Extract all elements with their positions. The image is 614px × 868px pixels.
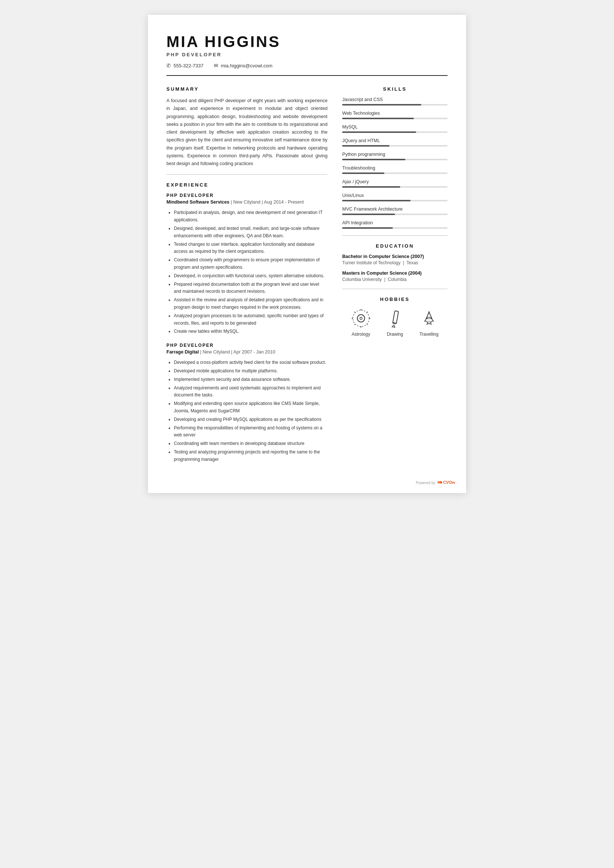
svg-point-1 xyxy=(360,317,362,319)
skill-bar-fill-8 xyxy=(342,213,395,215)
job-bullets-1: Developed a cross-platform activity feed… xyxy=(166,359,327,463)
svg-text:CVOwl: CVOwl xyxy=(443,480,455,485)
svg-point-16 xyxy=(440,481,442,484)
skill-name-9: API Integration xyxy=(342,220,448,226)
skill-bar-bg-5 xyxy=(342,173,448,174)
skills-section: SKILLS Javascript and CSS Web Technologi… xyxy=(342,86,448,229)
skill-item-0: Javascript and CSS xyxy=(342,97,448,106)
skill-bar-bg-0 xyxy=(342,104,448,106)
skill-bar-bg-4 xyxy=(342,159,448,160)
travelling-icon xyxy=(419,308,439,329)
drawing-icon xyxy=(385,308,405,329)
skill-bar-fill-1 xyxy=(342,118,414,119)
job-block-1: PHP DEVELOPER Farrage Digital | New City… xyxy=(166,343,327,463)
skill-name-0: Javascript and CSS xyxy=(342,97,448,102)
svg-marker-12 xyxy=(392,325,395,327)
skill-item-3: JQuery and HTML xyxy=(342,138,448,146)
bullet-item: Performing the responsibilities of imple… xyxy=(174,425,327,439)
summary-section: SUMMARY A focused and diligent PHP devel… xyxy=(166,86,327,168)
drawing-label: Drawing xyxy=(387,332,403,337)
bullet-item: Analyzed program processes to be automat… xyxy=(174,313,327,327)
svg-point-0 xyxy=(357,315,365,322)
bullet-item: Developed, in conjunction with functiona… xyxy=(174,272,327,280)
skill-item-7: Unix/Linux xyxy=(342,193,448,201)
skill-bar-fill-3 xyxy=(342,145,389,146)
skill-name-3: JQuery and HTML xyxy=(342,138,448,143)
skill-item-6: Ajax / jQuery xyxy=(342,179,448,188)
powered-by-text: Powered by xyxy=(416,481,435,485)
skills-title: SKILLS xyxy=(342,86,448,92)
brand-logo: CVOwl xyxy=(437,479,455,486)
job-bullets-0: Participated in analysis, design, and ne… xyxy=(166,209,327,335)
summary-text: A focused and diligent PHP developer of … xyxy=(166,97,327,168)
bullet-item: Tested changes to user interface, applic… xyxy=(174,241,327,256)
skill-bar-fill-5 xyxy=(342,173,384,174)
experience-section: EXPERIENCE PHP DEVELOPER Mindbend Softwa… xyxy=(166,182,327,463)
skill-bar-fill-2 xyxy=(342,131,416,133)
hobby-astrology: Astrology xyxy=(350,308,371,337)
edu-details-0: Turner Institute of Technology | Texas xyxy=(342,260,448,265)
svg-point-2 xyxy=(353,310,369,327)
summary-divider xyxy=(166,174,327,175)
phone-number: 555-322-7337 xyxy=(174,63,203,68)
bullet-item: Developed mobile applications for multip… xyxy=(174,367,327,375)
skill-bar-fill-9 xyxy=(342,227,393,229)
bullet-item: Designed, developed, and tested small, m… xyxy=(174,225,327,240)
skill-name-4: Python programming xyxy=(342,152,448,157)
bullet-item: Developed a cross-platform activity feed… xyxy=(174,359,327,366)
candidate-title: PHP DEVELOPER xyxy=(166,52,448,58)
skills-divider xyxy=(342,235,448,236)
skill-item-9: API Integration xyxy=(342,220,448,229)
bullet-item: Implemented system security and data ass… xyxy=(174,376,327,383)
skill-bar-fill-0 xyxy=(342,104,421,106)
bullet-item: Participated in analysis, design, and ne… xyxy=(174,209,327,224)
experience-title: EXPERIENCE xyxy=(166,182,327,188)
summary-title: SUMMARY xyxy=(166,86,327,92)
education-title: EDUCATION xyxy=(342,243,448,249)
left-column: SUMMARY A focused and diligent PHP devel… xyxy=(166,86,327,470)
edu-block-0: Bachelor in Computer Science (2007) Turn… xyxy=(342,254,448,265)
bullet-item: Coordinating with team members in develo… xyxy=(174,440,327,448)
svg-line-10 xyxy=(367,324,367,325)
skill-item-5: Troubleshooting xyxy=(342,165,448,174)
skill-bar-bg-8 xyxy=(342,213,448,215)
job-company-0: Mindbend Software Services | New Citylan… xyxy=(166,199,327,205)
skill-name-5: Troubleshooting xyxy=(342,165,448,171)
phone-icon: ✆ xyxy=(166,62,171,68)
skill-bar-bg-9 xyxy=(342,227,448,229)
travelling-label: Travelling xyxy=(419,332,439,337)
svg-line-8 xyxy=(367,312,367,313)
phone-contact: ✆ 555-322-7337 xyxy=(166,62,203,68)
contact-bar: ✆ 555-322-7337 ✉ mia.higgins@cvowl.com xyxy=(166,62,448,68)
education-divider xyxy=(342,289,448,289)
job-role-1: PHP DEVELOPER xyxy=(166,343,327,348)
skill-bar-bg-2 xyxy=(342,131,448,133)
education-section: EDUCATION Bachelor in Computer Science (… xyxy=(342,243,448,282)
header-section: MIA HIGGINS PHP DEVELOPER ✆ 555-322-7337… xyxy=(166,33,448,68)
email-icon: ✉ xyxy=(214,62,218,68)
bullet-item: Assisted in the review and analysis of d… xyxy=(174,297,327,311)
bullet-item: Prepared required documentation both at … xyxy=(174,281,327,296)
resume-page: MIA HIGGINS PHP DEVELOPER ✆ 555-322-7337… xyxy=(148,15,466,493)
skill-item-2: MySQL xyxy=(342,124,448,133)
skill-name-1: Web Technologies xyxy=(342,110,448,116)
skill-name-6: Ajax / jQuery xyxy=(342,179,448,184)
edu-block-1: Masters in Computer Science (2004) Colum… xyxy=(342,271,448,282)
bullet-item: Testing and analyzing programming projec… xyxy=(174,449,327,464)
svg-rect-11 xyxy=(392,311,398,324)
skill-name-2: MySQL xyxy=(342,124,448,129)
skill-bar-bg-1 xyxy=(342,118,448,119)
astrology-label: Astrology xyxy=(352,332,370,337)
edu-details-1: Columbia University | Columbia xyxy=(342,277,448,282)
job-block-0: PHP DEVELOPER Mindbend Software Services… xyxy=(166,193,327,335)
svg-line-9 xyxy=(354,324,355,325)
skill-name-7: Unix/Linux xyxy=(342,193,448,198)
skill-bar-bg-3 xyxy=(342,145,448,146)
candidate-name: MIA HIGGINS xyxy=(166,33,448,50)
skill-item-4: Python programming xyxy=(342,152,448,160)
hobbies-section: HOBBIES xyxy=(342,297,448,337)
bullet-item: Create new tables within MySQL. xyxy=(174,328,327,335)
bullet-item: Modifying and extending open source appl… xyxy=(174,400,327,415)
bullet-item: Analyzed requirements and used systemati… xyxy=(174,384,327,400)
email-contact: ✉ mia.higgins@cvowl.com xyxy=(214,62,273,68)
